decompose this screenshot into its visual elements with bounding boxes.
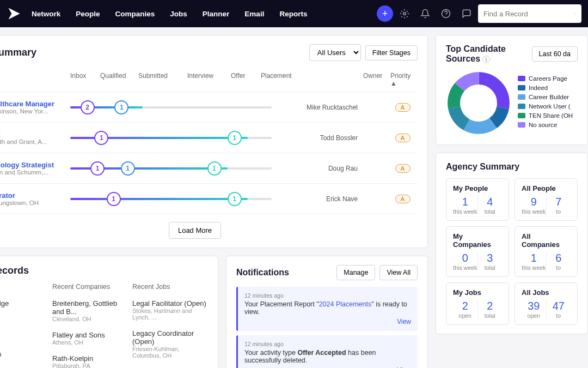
- job-subtitle: valter-Wilkinson, New Yor...: [0, 108, 70, 114]
- gear-icon[interactable]: [395, 4, 414, 23]
- pipeline-marker[interactable]: 1: [90, 161, 105, 176]
- pipeline-col: [315, 72, 363, 87]
- recent-item[interactable]: Flatley and SonsAthens, OH: [52, 327, 128, 350]
- donut-chart: [446, 70, 511, 136]
- pipeline-marker[interactable]: 1: [94, 131, 108, 145]
- owner-name: Mike Rucktaschel: [272, 104, 358, 111]
- pipeline-col: Interview: [187, 72, 231, 87]
- pipeline-track: 111: [70, 161, 272, 176]
- top-nav: NetworkPeopleCompaniesJobsPlannerEmailRe…: [0, 0, 588, 27]
- pipeline-marker[interactable]: 1: [121, 161, 135, 176]
- pipeline-track: 11: [70, 131, 272, 145]
- info-icon[interactable]: i: [482, 56, 490, 63]
- recent-item[interactable]: Rath-KoelpinPittsburgh, PA: [52, 350, 128, 368]
- search-box[interactable]: [478, 4, 581, 23]
- pipeline-col: Owner: [363, 72, 390, 87]
- load-more-button[interactable]: Load More: [169, 222, 221, 239]
- pipeline-marker[interactable]: 1: [207, 161, 222, 176]
- pipeline-marker[interactable]: 1: [228, 131, 242, 145]
- priority-badge: A: [395, 103, 411, 112]
- legend-item: No source: [518, 122, 573, 128]
- pipeline-row: al Technology Strategist, Hegmann and Sc…: [0, 153, 418, 184]
- pipeline-row: Orchestratorckens, Youngstown, OH 11 Eri…: [0, 184, 418, 214]
- priority-badge: A: [395, 134, 411, 142]
- recent-item[interactable]: Legal Facilitator (Open)Stokes, Hartmann…: [132, 295, 208, 325]
- notification-view-link[interactable]: View: [244, 318, 411, 325]
- svg-point-10: [464, 89, 492, 117]
- job-title-link[interactable]: mer Healthcare Manager: [0, 100, 70, 108]
- help-icon[interactable]: [437, 4, 455, 23]
- summary-box[interactable]: All Jobs39open47to: [514, 282, 578, 325]
- nav-planner[interactable]: Planner: [195, 5, 237, 22]
- recent-item[interactable]: y Wierich: [0, 346, 48, 363]
- pipeline-row: mer Healthcare Managervalter-Wilkinson, …: [0, 92, 418, 123]
- owner-name: Todd Bossler: [272, 134, 358, 142]
- recent-records-card: ent Records t PeopleRecent CompaniesRece…: [0, 256, 218, 368]
- notifications-title: Notifications: [236, 268, 332, 277]
- nav-network[interactable]: Network: [24, 5, 68, 22]
- pipeline-col: Submitted: [138, 72, 187, 87]
- summary-box[interactable]: My People1this week4total: [446, 178, 509, 221]
- notification-link[interactable]: 2024 Placements: [319, 300, 372, 308]
- summary-box[interactable]: My Jobs2open2total: [446, 282, 509, 325]
- pipeline-marker[interactable]: 1: [228, 192, 242, 206]
- search-input[interactable]: [483, 10, 575, 18]
- summary-box[interactable]: My Companies0this week3total: [446, 226, 509, 277]
- job-title-link[interactable]: ct Agent: [0, 130, 70, 138]
- notification-time: 12 minutes ago: [244, 292, 411, 299]
- nav-email[interactable]: Email: [237, 5, 272, 22]
- notification-item: 12 minutes agoYour Placement Report "202…: [236, 287, 418, 331]
- pipeline-marker[interactable]: 2: [81, 100, 95, 114]
- recent-item[interactable]: Wills: [0, 312, 48, 329]
- pipeline-card: line Summary All Users Filter Stages on …: [0, 35, 428, 248]
- pipeline-marker[interactable]: 1: [114, 100, 128, 114]
- add-button[interactable]: +: [377, 5, 393, 22]
- notification-time: 12 minutes ago: [244, 341, 411, 347]
- agency-summary-card: Agency Summary My People1this week4total…: [436, 153, 588, 334]
- priority-badge: A: [395, 164, 411, 173]
- chat-icon[interactable]: [457, 4, 476, 23]
- owner-name: Erick Nave: [272, 195, 358, 203]
- pipeline-title: line Summary: [0, 47, 305, 58]
- date-range-button[interactable]: Last 60 da: [532, 46, 578, 62]
- chart-legend: Careers PageIndeedCareer BuilderNetwork …: [518, 75, 573, 131]
- priority-badge: A: [395, 195, 411, 203]
- search-action-icon[interactable]: [575, 10, 576, 17]
- job-subtitle: , Hegmann and Schumm,...: [0, 169, 70, 176]
- pipeline-track: 21: [70, 100, 272, 114]
- recent-item[interactable]: Breitenberg, Gottlieb and B...Cleveland,…: [52, 295, 128, 327]
- job-subtitle: ckens, Youngstown, OH: [0, 200, 70, 206]
- legend-item: Careers Page: [518, 75, 573, 82]
- summary-box[interactable]: All Companies1this week6to: [514, 226, 578, 277]
- legend-item: Indeed: [518, 85, 573, 91]
- nav-people[interactable]: People: [68, 5, 107, 22]
- pipeline-row: ct Agent, Altenwerth and Grant, A... 11 …: [0, 123, 418, 153]
- pipeline-track: 11: [70, 192, 272, 206]
- user-filter-select[interactable]: All Users: [309, 44, 361, 61]
- recent-item[interactable]: Legacy Director (Open)West, Murray and L…: [132, 363, 208, 368]
- sources-card: Top Candidate Sourcesi Last 60 da Career…: [436, 35, 588, 145]
- recent-col-head: Recent Jobs: [132, 283, 208, 295]
- manage-notifications-button[interactable]: Manage: [336, 265, 375, 280]
- filter-stages-button[interactable]: Filter Stages: [365, 45, 418, 61]
- pipeline-col: Placement: [261, 72, 315, 87]
- summary-box[interactable]: All People9this week7to: [514, 178, 578, 221]
- recent-item[interactable]: y Gill: [0, 329, 48, 346]
- recent-item[interactable]: ll Buckridge: [0, 295, 48, 312]
- nav-companies[interactable]: Companies: [108, 5, 163, 22]
- view-all-notifications-button[interactable]: View All: [379, 265, 418, 280]
- notifications-card: Notifications Manage View All 12 minutes…: [226, 256, 428, 368]
- pipeline-marker[interactable]: 1: [107, 192, 121, 206]
- recent-item[interactable]: Smith: [0, 363, 48, 368]
- job-title-link[interactable]: Orchestrator: [0, 191, 70, 200]
- notification-item: 12 minutes agoYour activity type Offer A…: [236, 335, 418, 368]
- logo-icon: [7, 6, 22, 21]
- pipeline-col: Inbox: [70, 72, 100, 87]
- bell-icon[interactable]: [416, 4, 434, 23]
- nav-reports[interactable]: Reports: [272, 5, 315, 22]
- nav-jobs[interactable]: Jobs: [162, 5, 195, 22]
- job-subtitle: , Altenwerth and Grant, A...: [0, 138, 70, 145]
- recent-item[interactable]: Legacy Coordinator (Open)Friesen-Kuhlman…: [132, 325, 208, 363]
- legend-item: Career Builder: [518, 94, 573, 100]
- job-title-link[interactable]: al Technology Strategist: [0, 161, 70, 169]
